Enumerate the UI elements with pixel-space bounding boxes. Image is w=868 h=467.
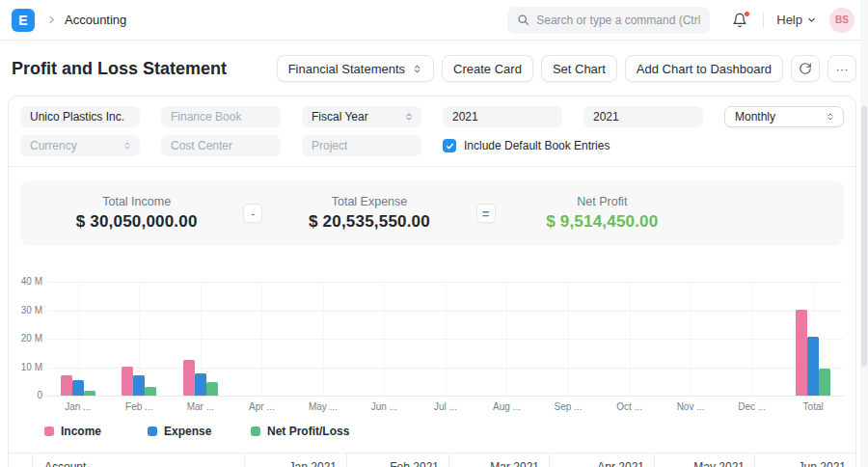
legend-swatch-icon [251, 426, 260, 436]
y-axis-tick: 0 [20, 390, 42, 400]
bar-group-aug [476, 282, 538, 396]
bar-income[interactable] [61, 375, 72, 396]
legend-item-net-profit-loss[interactable]: Net Profit/Loss [251, 425, 354, 438]
column-header-may-2021[interactable]: May 2021 [655, 453, 755, 467]
from-year-filter-input[interactable] [443, 106, 562, 127]
x-axis-label: Oct ... [599, 401, 661, 412]
bar-income[interactable] [183, 360, 195, 396]
legend-swatch-icon [44, 426, 54, 436]
to-year-filter-input[interactable] [583, 106, 703, 127]
create-card-button[interactable]: Create Card [442, 55, 533, 82]
refresh-icon [799, 62, 812, 75]
cost-center-filter-input[interactable] [161, 135, 281, 156]
column-header-feb-2021[interactable]: Feb 2021 [347, 453, 449, 467]
menu-button[interactable]: ··· [827, 55, 856, 82]
net-profit-summary: Net Profit $ 9,514,450.00 [496, 195, 834, 232]
bar-group-total [782, 282, 844, 396]
bar-net-profit-loss[interactable] [206, 382, 218, 396]
x-axis-label: Sep ... [537, 401, 599, 412]
vertical-gridline [384, 282, 385, 396]
bar-group-may [292, 282, 354, 396]
y-axis-tick: 10 M [20, 361, 42, 371]
company-filter-input[interactable] [20, 106, 140, 127]
column-header-apr-2021[interactable]: Apr 2021 [550, 453, 655, 467]
user-avatar[interactable]: BS [829, 8, 854, 33]
page-scrollbar[interactable] [860, 0, 868, 467]
legend-item-expense[interactable]: Expense [148, 425, 251, 438]
total-income-value: $ 30,050,000.00 [30, 212, 243, 232]
legend-item-income[interactable]: Income [44, 425, 148, 438]
report-table-header: AccountJan 2021Feb 2021Mar 2021Apr 2021M… [9, 453, 855, 467]
x-axis-label: Nov ... [660, 401, 721, 412]
bar-expense[interactable] [807, 337, 819, 396]
legend-label: Net Profit/Loss [267, 425, 349, 438]
search-input[interactable] [536, 14, 700, 27]
vertical-gridline [323, 282, 324, 396]
bar-expense[interactable] [72, 380, 84, 396]
vertical-gridline [78, 282, 79, 396]
page-title: Profit and Loss Statement [12, 59, 227, 79]
column-header-jun-2021[interactable]: Jun 2021 [755, 453, 855, 467]
bar-group-nov [660, 282, 721, 396]
refresh-button[interactable] [791, 55, 820, 82]
select-chevrons-icon [412, 64, 422, 74]
total-expense-summary: Total Expense $ 20,535,550.00 [262, 195, 475, 232]
column-header-jan-2021[interactable]: Jan 2021 [245, 453, 347, 467]
bar-group-jul [415, 282, 476, 396]
x-axis-label: Dec ... [721, 401, 783, 412]
page-actions: Financial Statements Create Card Set Cha… [277, 55, 856, 82]
periodicity-filter-select[interactable]: Monthly [724, 106, 844, 127]
y-axis-tick: 20 M [20, 333, 42, 343]
total-income-summary: Total Income $ 30,050,000.00 [30, 195, 243, 232]
report-select-button[interactable]: Financial Statements [277, 55, 434, 82]
include-default-book-entries-checkbox[interactable] [443, 139, 456, 152]
bar-net-profit-loss[interactable] [819, 369, 830, 396]
app-logo-icon[interactable]: E [12, 9, 35, 32]
bar-income[interactable] [796, 310, 807, 396]
legend-swatch-icon [148, 426, 157, 436]
help-menu[interactable]: Help [776, 13, 816, 27]
breadcrumb-accounting[interactable]: Accounting [65, 13, 126, 27]
report-card: Fiscal Year Monthly Currency Include Def [8, 96, 856, 467]
include-default-book-entries: Include Default Book Entries [443, 135, 844, 156]
chart-x-axis: Jan ...Feb ...Mar ...Apr ...May ...Jun .… [47, 396, 844, 412]
bar-expense[interactable] [195, 373, 206, 396]
y-axis-tick: 40 M [20, 276, 42, 287]
x-axis-label: Jul ... [415, 401, 476, 412]
vertical-gridline [630, 282, 631, 396]
notification-dot [744, 11, 750, 17]
equals-operator-icon: = [476, 204, 496, 223]
filter-row-1: Fiscal Year Monthly [20, 106, 844, 127]
bar-income[interactable] [122, 367, 133, 396]
finance-book-filter-input[interactable] [161, 106, 281, 127]
checkbox-label[interactable]: Include Default Book Entries [464, 139, 610, 152]
bar-net-profit-loss[interactable] [145, 387, 156, 396]
x-axis-label: Apr ... [231, 401, 293, 412]
bar-expense[interactable] [133, 375, 145, 397]
currency-filter-select[interactable]: Currency [20, 135, 140, 156]
set-chart-button[interactable]: Set Chart [541, 55, 617, 82]
fiscal-year-value: Fiscal Year [312, 110, 368, 124]
column-header-mar-2021[interactable]: Mar 2021 [449, 453, 550, 467]
bar-group-jan [47, 282, 109, 396]
fiscal-year-filter-select[interactable]: Fiscal Year [302, 106, 421, 127]
project-filter-input[interactable] [302, 135, 421, 156]
breadcrumb-chevron-icon [47, 15, 56, 24]
column-header-account[interactable]: Account [33, 453, 245, 467]
select-chevrons-icon [122, 141, 132, 151]
notifications-bell-icon[interactable] [729, 10, 750, 31]
bar-group-apr [231, 282, 293, 396]
total-income-label: Total Income [30, 195, 243, 208]
help-label: Help [776, 13, 802, 27]
nav-divider [763, 13, 764, 28]
navbar: E Accounting Help BS [0, 0, 868, 41]
check-icon [446, 142, 454, 151]
add-chart-to-dashboard-button[interactable]: Add Chart to Dashboard [625, 55, 783, 82]
global-search[interactable] [507, 7, 710, 34]
bar-net-profit-loss[interactable] [84, 391, 95, 396]
scrollbar-thumb[interactable] [861, 106, 867, 367]
x-axis-label: Total [782, 401, 844, 412]
chart-legend: IncomeExpenseNet Profit/Loss [44, 425, 844, 438]
x-axis-label: Jan ... [47, 401, 109, 412]
vertical-gridline [446, 282, 447, 396]
